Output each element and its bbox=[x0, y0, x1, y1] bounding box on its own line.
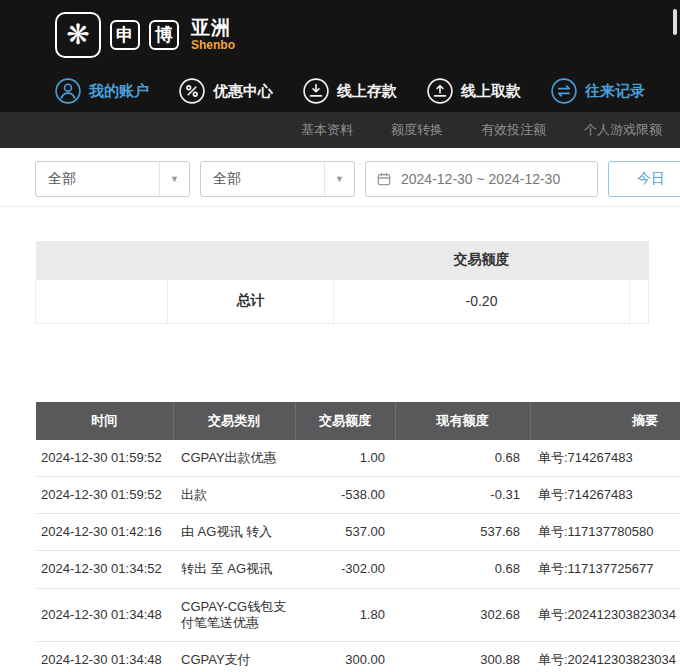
col-header-note: 摘要 bbox=[530, 402, 680, 440]
logo-char-shen: 申 bbox=[110, 20, 140, 50]
cell-note: 单号:202412303823034 bbox=[530, 588, 680, 642]
status-select-value: 全部 bbox=[213, 170, 241, 188]
promo-icon bbox=[179, 78, 205, 104]
cell-time: 2024-12-30 01:59:52 bbox=[36, 440, 173, 477]
sub-nav: 基本资料 额度转换 有效投注额 个人游戏限额 bbox=[0, 112, 680, 148]
summary-header-cut bbox=[630, 241, 649, 279]
table-row: 2024-12-30 01:59:52 出款 -538.00 -0.31 单号:… bbox=[36, 476, 680, 513]
cell-amount: 1.00 bbox=[295, 440, 395, 477]
summary-total-row: 总计 -0.20 bbox=[36, 279, 649, 323]
col-header-time: 时间 bbox=[36, 402, 173, 440]
transfer-records-icon bbox=[551, 78, 577, 104]
summary-table: 交易额度 总计 -0.20 bbox=[35, 241, 649, 324]
brand-logo[interactable]: ❋ 申 博 亚洲 Shenbo bbox=[55, 12, 235, 58]
nav-item-withdraw[interactable]: 线上取款 bbox=[427, 78, 521, 104]
summary-header-blank bbox=[36, 241, 334, 279]
category-select-value: 全部 bbox=[48, 170, 76, 188]
transactions-table: 时间 交易类别 交易额度 现有额度 摘要 2024-12-30 01:59:52… bbox=[36, 402, 680, 672]
cell-time: 2024-12-30 01:59:52 bbox=[36, 476, 173, 513]
cell-balance: 537.68 bbox=[395, 514, 530, 551]
summary-section: 交易额度 总计 -0.20 bbox=[35, 241, 680, 324]
transactions-header-row: 时间 交易类别 交易额度 现有额度 摘要 bbox=[36, 402, 680, 440]
cell-type: CGPAY-CG钱包支付笔笔送优惠 bbox=[173, 588, 295, 642]
table-row: 2024-12-30 01:42:16 由 AG视讯 转入 537.00 537… bbox=[36, 514, 680, 551]
table-row: 2024-12-30 01:34:48 CGPAY-CG钱包支付笔笔送优惠 1.… bbox=[36, 588, 680, 642]
filter-bar: 全部 ▼ 全部 ▼ 2024-12-30 ~ 2024-12-30 今日 bbox=[0, 148, 680, 207]
cell-time: 2024-12-30 01:34:48 bbox=[36, 588, 173, 642]
cell-type: 转出 至 AG视讯 bbox=[173, 551, 295, 588]
date-range-input[interactable]: 2024-12-30 ~ 2024-12-30 bbox=[365, 161, 598, 197]
cell-balance: 302.68 bbox=[395, 588, 530, 642]
cell-type: CGPAY支付 bbox=[173, 642, 295, 672]
col-header-type: 交易类别 bbox=[173, 402, 295, 440]
col-header-balance: 现有额度 bbox=[395, 402, 530, 440]
subnav-item-credit-transfer[interactable]: 额度转换 bbox=[391, 121, 443, 139]
nav-item-deposit[interactable]: 线上存款 bbox=[303, 78, 397, 104]
calendar-icon bbox=[376, 171, 392, 187]
summary-cut-cell bbox=[630, 279, 649, 323]
nav-item-promotions[interactable]: 优惠中心 bbox=[179, 78, 273, 104]
col-header-amount: 交易额度 bbox=[295, 402, 395, 440]
subnav-item-basic-info[interactable]: 基本资料 bbox=[301, 121, 353, 139]
nav-item-my-account[interactable]: 我的账户 bbox=[55, 78, 149, 104]
chevron-down-icon: ▼ bbox=[324, 162, 354, 196]
transactions-section: 时间 交易类别 交易额度 现有额度 摘要 2024-12-30 01:59:52… bbox=[36, 402, 680, 672]
cell-balance: -0.31 bbox=[395, 476, 530, 513]
cell-type: CGPAY出款优惠 bbox=[173, 440, 295, 477]
user-icon bbox=[55, 78, 81, 104]
logo-char-bo: 博 bbox=[149, 20, 179, 50]
cell-time: 2024-12-30 01:34:48 bbox=[36, 642, 173, 672]
summary-total-value: -0.20 bbox=[334, 279, 630, 323]
cell-note: 单号:117137780580 bbox=[530, 514, 680, 551]
nav-label: 优惠中心 bbox=[213, 82, 273, 101]
cell-type: 出款 bbox=[173, 476, 295, 513]
cell-time: 2024-12-30 01:34:52 bbox=[36, 551, 173, 588]
cell-note: 单号:202412303823034 bbox=[530, 642, 680, 672]
nav-label: 往来记录 bbox=[585, 82, 645, 101]
nav-label: 线上取款 bbox=[461, 82, 521, 101]
nav-label: 我的账户 bbox=[89, 82, 149, 101]
cell-type: 由 AG视讯 转入 bbox=[173, 514, 295, 551]
cell-balance: 300.88 bbox=[395, 642, 530, 672]
scrollbar-thumb[interactable] bbox=[673, 9, 677, 35]
nav-item-transfer-records[interactable]: 往来记录 bbox=[551, 78, 645, 104]
top-header: ❋ 申 博 亚洲 Shenbo bbox=[0, 0, 680, 70]
brand-region: 亚洲 bbox=[191, 17, 235, 39]
withdraw-icon bbox=[427, 78, 453, 104]
brand-name-en: Shenbo bbox=[191, 39, 235, 53]
table-row: 2024-12-30 01:59:52 CGPAY出款优惠 1.00 0.68 … bbox=[36, 440, 680, 477]
cell-amount: -302.00 bbox=[295, 551, 395, 588]
flower-logo-icon: ❋ bbox=[55, 12, 101, 58]
cell-note: 单号:714267483 bbox=[530, 476, 680, 513]
table-row: 2024-12-30 01:34:48 CGPAY支付 300.00 300.8… bbox=[36, 642, 680, 672]
transactions-body: 2024-12-30 01:59:52 CGPAY出款优惠 1.00 0.68 … bbox=[36, 440, 680, 672]
cell-balance: 0.68 bbox=[395, 440, 530, 477]
nav-label: 线上存款 bbox=[337, 82, 397, 101]
main-nav: 我的账户 优惠中心 线上存款 线上取款 往来记录 bbox=[0, 70, 680, 112]
cell-time: 2024-12-30 01:42:16 bbox=[36, 514, 173, 551]
brand-text: 亚洲 Shenbo bbox=[191, 17, 235, 53]
today-button[interactable]: 今日 bbox=[608, 161, 680, 197]
cell-note: 单号:714267483 bbox=[530, 440, 680, 477]
summary-header-row: 交易额度 bbox=[36, 241, 649, 279]
cell-amount: 300.00 bbox=[295, 642, 395, 672]
chevron-down-icon: ▼ bbox=[159, 162, 189, 196]
flower-glyph: ❋ bbox=[66, 21, 89, 49]
cell-balance: 0.68 bbox=[395, 551, 530, 588]
date-range-value: 2024-12-30 ~ 2024-12-30 bbox=[401, 171, 560, 187]
subnav-item-game-limits[interactable]: 个人游戏限额 bbox=[584, 121, 662, 139]
subnav-item-valid-bets[interactable]: 有效投注额 bbox=[481, 121, 546, 139]
cell-amount: 1.80 bbox=[295, 588, 395, 642]
summary-header-amount: 交易额度 bbox=[334, 241, 630, 279]
cell-amount: -538.00 bbox=[295, 476, 395, 513]
table-row: 2024-12-30 01:34:52 转出 至 AG视讯 -302.00 0.… bbox=[36, 551, 680, 588]
status-select[interactable]: 全部 ▼ bbox=[200, 161, 355, 197]
page: ❋ 申 博 亚洲 Shenbo 我的账户 优惠中心 bbox=[0, 0, 680, 672]
cell-amount: 537.00 bbox=[295, 514, 395, 551]
summary-blank-cell bbox=[36, 279, 168, 323]
cell-note: 单号:117137725677 bbox=[530, 551, 680, 588]
summary-total-label: 总计 bbox=[168, 279, 334, 323]
deposit-icon bbox=[303, 78, 329, 104]
category-select[interactable]: 全部 ▼ bbox=[35, 161, 190, 197]
